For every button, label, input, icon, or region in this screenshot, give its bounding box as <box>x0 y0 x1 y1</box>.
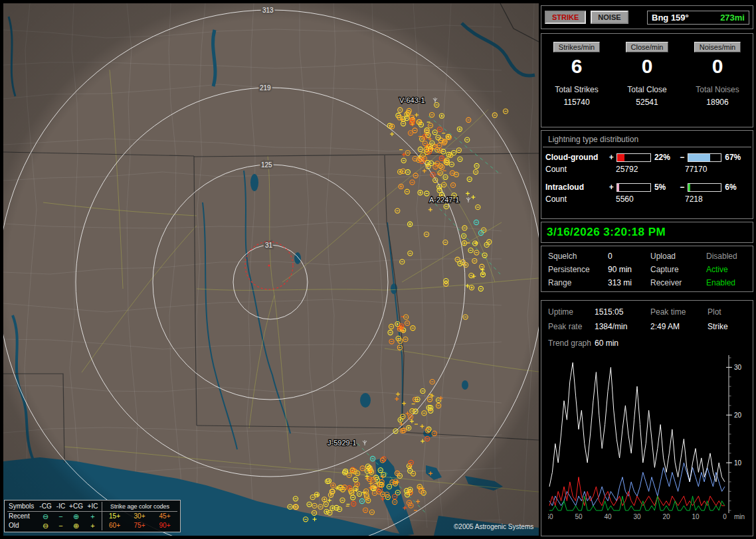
station-label: V-643-1 <box>399 96 425 104</box>
total-strikes-label: Total Strikes <box>541 85 612 94</box>
persistence-label: Persistence <box>548 263 608 276</box>
cg-neg-symbol: ⊖ <box>38 512 53 521</box>
ic-neg-symbol: − <box>53 521 68 530</box>
strike-map[interactable]: 313 219 125 31 V-643-1 A-2247-1 J-5929-1… <box>3 3 539 536</box>
upload-status: Disabled <box>706 250 746 263</box>
legend-age-title: Strike age color codes <box>102 502 177 511</box>
cg-pos-symbol: ⊕ <box>68 512 84 521</box>
trend-graph-value: 60 min <box>595 336 650 350</box>
svg-text:30: 30 <box>734 364 742 371</box>
ic-neg-percent: 6% <box>723 183 749 192</box>
close-per-min-column: Close/min 0 Total Close 52541 <box>612 42 682 127</box>
ic-pos-count: 5560 <box>608 194 685 204</box>
age-15: 15+ <box>102 512 127 521</box>
squelch-label: Squelch <box>548 250 608 263</box>
noises-per-min-column: Noises/min 0 Total Noises 18906 <box>682 42 753 127</box>
cg-pos-count: 25792 <box>608 165 685 174</box>
age-60: 60+ <box>102 521 127 530</box>
legend-col-ic-pos: +IC <box>84 502 102 511</box>
legend-old-label: Old <box>7 521 38 530</box>
receiver-status: Enabled <box>706 276 746 289</box>
cg-neg-percent: 67% <box>723 153 749 162</box>
svg-text:0: 0 <box>723 513 727 520</box>
cg-neg-gauge <box>688 153 722 162</box>
ic-neg-symbol: − <box>53 512 68 521</box>
peak-time-label: Peak time <box>650 305 708 319</box>
map-legend: Symbols -CG -IC +CG +IC Strike age color… <box>4 500 181 532</box>
station-label: A-2247-1 <box>429 196 459 204</box>
distribution-section: Lightning type distribution Cloud-ground… <box>541 130 753 219</box>
map-canvas[interactable]: 313 219 125 31 V-643-1 A-2247-1 J-5929-1 <box>3 3 539 536</box>
cloud-ground-row: Cloud-ground + 22% − 67% <box>541 151 753 163</box>
bearing-value: Bng 159° <box>652 13 689 23</box>
intracloud-count-row: Count 5560 7218 <box>541 193 753 205</box>
svg-text:30: 30 <box>633 513 641 520</box>
datetime-display: 3/16/2026 3:20:18 PM <box>547 226 666 239</box>
strikes-per-min-badge[interactable]: Strikes/min <box>553 42 600 52</box>
cloud-ground-count-row: Count 25792 77170 <box>541 163 753 175</box>
ring-label-219: 219 <box>260 84 271 92</box>
strike-mode-button[interactable]: STRIKE <box>545 11 586 24</box>
svg-text:20: 20 <box>662 513 670 520</box>
noises-per-min-badge[interactable]: Noises/min <box>694 42 741 52</box>
ring-label-313: 313 <box>262 7 274 14</box>
plus-sign: + <box>607 183 615 192</box>
legend-col-cg-pos: +CG <box>68 502 84 511</box>
capture-label: Capture <box>650 263 706 276</box>
plot-label: Plot <box>708 305 746 319</box>
cg-pos-symbol: ⊕ <box>68 521 84 530</box>
upload-label: Upload <box>650 250 706 263</box>
range-value: 313 mi <box>608 276 650 289</box>
intracloud-row: Intracloud + 5% − 6% <box>541 181 753 193</box>
total-noises-value: 18906 <box>682 98 753 107</box>
total-strikes-value: 115740 <box>541 98 612 107</box>
datetime-section: 3/16/2026 3:20:18 PM <box>541 222 753 243</box>
noises-per-min-value: 0 <box>682 56 753 77</box>
peak-rate-row: Peak rate 1384/min 2:49 AM Strike <box>548 319 746 334</box>
legend-symbols-header: Symbols <box>7 502 38 511</box>
ring-label-31: 31 <box>265 242 273 249</box>
ring-label-125: 125 <box>261 161 272 169</box>
station-label: J-5929-1 <box>328 439 356 447</box>
uptime-label: Uptime <box>548 305 595 319</box>
bearing-distance: 273mi <box>720 13 745 23</box>
plus-sign: + <box>607 153 615 162</box>
receiver-label: Receiver <box>650 276 706 289</box>
squelch-value: 0 <box>608 250 650 263</box>
copyright-text: ©2005 Astrogenic Systems <box>454 523 533 530</box>
age-90: 90+ <box>152 521 177 530</box>
count-label: Count <box>545 194 608 204</box>
count-label: Count <box>545 165 608 174</box>
capture-status: Active <box>706 263 746 276</box>
distribution-title: Lightning type distribution <box>543 131 751 147</box>
settings-section: Squelch 0 Upload Disabled Persistence 90… <box>541 246 753 292</box>
svg-text:10: 10 <box>734 459 742 467</box>
cg-neg-symbol: ⊖ <box>38 521 53 530</box>
settings-row: Persistence 90 min Capture Active <box>548 263 746 276</box>
uptime-row: Uptime 1515:05 Peak time Plot <box>548 305 746 319</box>
ic-pos-gauge <box>616 183 651 192</box>
ic-pos-symbol: + <box>84 512 102 521</box>
age-75: 75+ <box>127 521 152 530</box>
peak-rate-label: Peak rate <box>548 319 595 334</box>
noise-mode-button[interactable]: NOISE <box>591 11 628 24</box>
rates-section: Strikes/min 6 Total Strikes 115740 Close… <box>541 33 753 127</box>
trend-chart: 1020306050403020100min <box>548 352 746 521</box>
peak-time-value: 2:49 AM <box>650 319 708 334</box>
uptime-value: 1515:05 <box>595 305 650 319</box>
svg-text:min: min <box>734 513 745 520</box>
cg-pos-gauge <box>616 153 651 162</box>
plot-value: Strike <box>708 319 746 334</box>
ic-pos-symbol: + <box>84 521 102 530</box>
intracloud-label: Intracloud <box>545 183 607 192</box>
close-per-min-value: 0 <box>612 56 682 77</box>
age-45: 45+ <box>152 512 177 521</box>
range-vignette <box>3 3 539 536</box>
cloud-ground-label: Cloud-ground <box>545 153 607 162</box>
close-per-min-badge[interactable]: Close/min <box>626 42 669 52</box>
trend-section: Uptime 1515:05 Peak time Plot Peak rate … <box>541 300 753 536</box>
settings-row: Range 313 mi Receiver Enabled <box>548 276 746 289</box>
svg-text:10: 10 <box>692 513 700 520</box>
legend-recent-label: Recent <box>7 512 38 521</box>
peak-rate-value: 1384/min <box>595 319 650 334</box>
